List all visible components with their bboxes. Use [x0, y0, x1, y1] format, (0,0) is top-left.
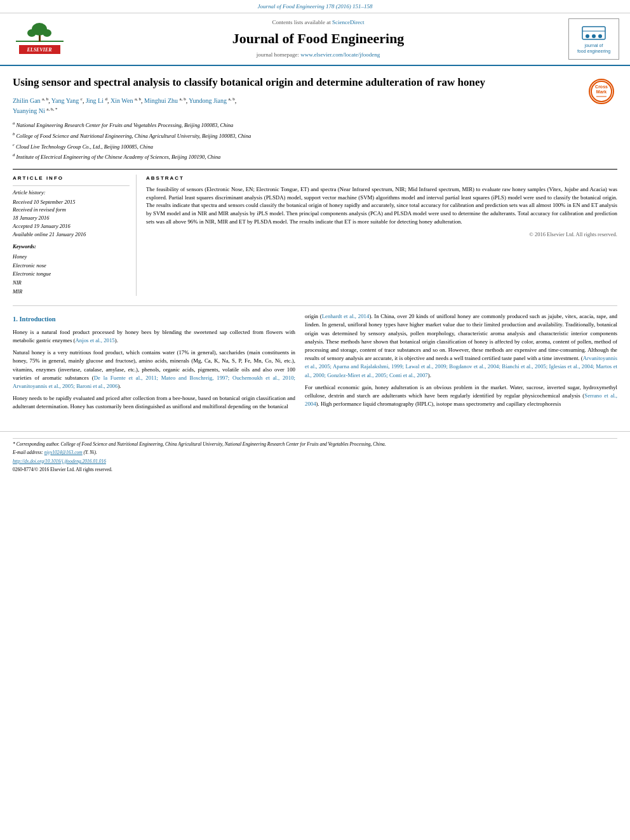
svg-text:ELSEVIER: ELSEVIER — [26, 47, 52, 53]
author-minghui[interactable]: Minghui Zhu — [144, 97, 178, 104]
body-right-para2: For unethical economic gain, honey adult… — [305, 383, 617, 409]
prediction-word: prediction — [485, 202, 508, 208]
journal-logo-box: journal of food engineering — [568, 18, 619, 60]
body-para2: Natural honey is a very nutritious food … — [13, 349, 295, 390]
svg-point-4 — [43, 29, 51, 37]
journal-info-center: Contents lists available at ScienceDirec… — [77, 18, 559, 60]
available-date: Available online 21 January 2016 — [13, 230, 130, 239]
abstract-col: ABSTRACT The feasibility of sensors (Ele… — [146, 175, 617, 297]
body-right-col: origin (Lenhardt et al., 2014). In China… — [305, 312, 617, 415]
svg-point-3 — [27, 29, 36, 37]
body-right-para1: origin (Lenhardt et al., 2014). In China… — [305, 312, 617, 380]
footer-divider — [13, 438, 617, 439]
article-history: Article history: Received 10 September 2… — [13, 189, 130, 239]
svg-point-9 — [586, 34, 589, 38]
main-header: ELSEVIER Contents lists available at Sci… — [0, 13, 630, 66]
article-info-col: ARTICLE INFO Article history: Received 1… — [13, 175, 137, 297]
food-engineering-icon — [581, 23, 607, 43]
sciencedirect-line: Contents lists available at ScienceDirec… — [272, 18, 365, 27]
article-content: Using sensor and spectral analysis to cl… — [0, 66, 630, 422]
article-body: 1. Introduction Honey is a natural food … — [13, 305, 617, 415]
author-yang[interactable]: Yang Yang — [51, 97, 79, 104]
issn-line: 0260-8774/© 2016 Elsevier Ltd. All right… — [13, 467, 617, 474]
doi-line: http://dx.doi.org/10.1016/j.jfoodeng.201… — [13, 458, 617, 465]
email-line: E-mail address: niyy1024@163.com (Y. Ni)… — [13, 450, 617, 457]
svg-point-10 — [592, 34, 596, 38]
corresponding-note: * Corresponding author. College of Food … — [13, 441, 617, 448]
keyword-mir: MIR — [13, 288, 130, 297]
ref-anjos[interactable]: Anjos et al., 2015 — [75, 337, 114, 343]
email-link[interactable]: niyy1024@163.com — [44, 450, 83, 455]
keywords-title: Keywords: — [13, 243, 130, 251]
elsevier-logo-area: ELSEVIER — [8, 18, 71, 60]
history-title: Article history: — [13, 189, 130, 197]
article-info-label: ARTICLE INFO — [13, 175, 130, 182]
crossmark-icon: Cross Mark — [589, 79, 614, 104]
affiliation-b: b College of Food Science and Nutritiona… — [13, 131, 617, 140]
authors-block: Zhilin Gan a, b, Yang Yang c, Jing Li d,… — [13, 96, 617, 117]
crossmark-badge: Cross Mark — [586, 76, 617, 107]
info-abstract-section: ARTICLE INFO Article history: Received 1… — [13, 169, 617, 297]
author-zhilin[interactable]: Zhilin Gan — [13, 97, 41, 104]
abstract-label: ABSTRACT — [146, 175, 617, 182]
info-divider — [13, 185, 130, 186]
author-yundong[interactable]: Yundong Jiang — [189, 97, 227, 104]
article-title-text: Using sensor and spectral analysis to cl… — [13, 76, 485, 88]
keywords-list: Honey Electronic nose Electronic tongue … — [13, 253, 130, 296]
homepage-url[interactable]: www.elsevier.com/locate/jfoodeng — [300, 51, 380, 58]
journal-ref-text: Journal of Food Engineering 178 (2016) 1… — [258, 3, 373, 10]
ref-dela[interactable]: De la Fuente et al., 2011; Mateo and Bos… — [13, 375, 295, 389]
section1-heading: 1. Introduction — [13, 315, 295, 324]
affiliations-block: a National Engineering Research Center f… — [13, 120, 617, 161]
affiliation-d: d Institute of Electrical Engineering of… — [13, 152, 617, 161]
svg-point-11 — [598, 34, 602, 38]
body-para3: Honey needs to be rapidly evaluated and … — [13, 394, 295, 411]
body-para1: Honey is a natural food product processe… — [13, 328, 295, 345]
accepted-date: Accepted 19 January 2016 — [13, 222, 130, 230]
elsevier-tree-logo: ELSEVIER — [16, 22, 64, 57]
logo-line1: journal of — [577, 43, 610, 48]
journal-title: Journal of Food Engineering — [232, 29, 405, 49]
svg-text:Mark: Mark — [596, 90, 607, 94]
affiliation-c: c Cloud Live Technology Group Co., Ltd.,… — [13, 142, 617, 151]
received-date: Received 10 September 2015 — [13, 198, 130, 206]
sciencedirect-link[interactable]: ScienceDirect — [332, 19, 364, 25]
ref-serrano[interactable]: Serrano et al., 2004 — [305, 392, 617, 407]
logo-line2: food engineering — [577, 48, 610, 54]
revised-date: Received in revised form — [13, 206, 130, 214]
page-footer: * Corresponding author. College of Food … — [0, 431, 630, 474]
keyword-et: Electronic tongue — [13, 270, 130, 279]
keyword-honey: Honey — [13, 253, 130, 262]
journal-header-bar: Journal of Food Engineering 178 (2016) 1… — [0, 0, 630, 13]
article-title-block: Using sensor and spectral analysis to cl… — [13, 76, 617, 90]
journal-homepage: journal homepage: www.elsevier.com/locat… — [257, 51, 380, 59]
ref-arvan[interactable]: Arvanitoyannis et al., 2005; Aparna and … — [305, 355, 617, 378]
abstract-text: The feasibility of sensors (Electronic N… — [146, 185, 617, 226]
svg-text:Cross: Cross — [595, 84, 608, 89]
author-jing[interactable]: Jing Li — [86, 97, 104, 104]
author-xin[interactable]: Xin Wen — [111, 97, 133, 104]
author-yuanying[interactable]: Yuanying Ni — [13, 107, 45, 114]
keyword-en: Electronic nose — [13, 262, 130, 270]
keywords-section: Keywords: Honey Electronic nose Electron… — [13, 243, 130, 296]
revised-date2: 18 January 2016 — [13, 214, 130, 222]
body-left-col: 1. Introduction Honey is a natural food … — [13, 312, 295, 415]
journal-logo-area: journal of food engineering — [565, 18, 622, 60]
copyright-line: © 2016 Elsevier Ltd. All rights reserved… — [146, 231, 617, 239]
ref-lenhardt[interactable]: Lenhardt et al., 2014 — [322, 313, 370, 319]
doi-link[interactable]: http://dx.doi.org/10.1016/j.jfoodeng.201… — [13, 458, 106, 464]
keyword-nir: NIR — [13, 279, 130, 288]
affiliation-a: a National Engineering Research Center f… — [13, 120, 617, 130]
